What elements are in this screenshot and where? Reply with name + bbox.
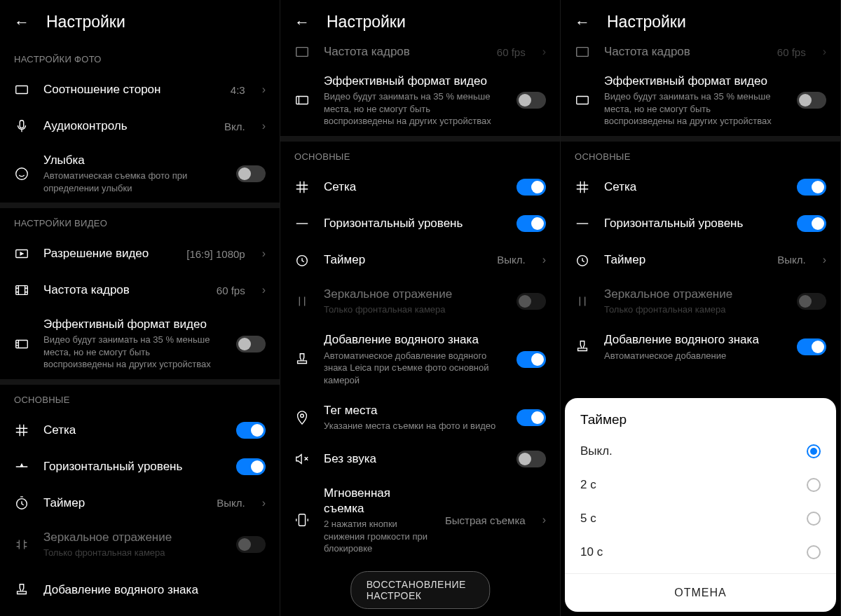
svg-point-2 [16, 167, 28, 179]
radio-icon [807, 545, 821, 559]
row-efficient-video[interactable]: Эффективный формат видео Видео будут зан… [0, 308, 280, 379]
stamp-icon [294, 352, 310, 367]
mirror-icon [575, 294, 590, 309]
svg-rect-13 [577, 97, 589, 104]
grid-toggle[interactable] [236, 422, 266, 439]
row-watermark[interactable]: Добавление водяного знака Автоматическое… [561, 324, 840, 370]
row-horizon[interactable]: Горизонтальный уровень [280, 205, 560, 242]
mic-icon [14, 118, 29, 134]
row-geo-tag[interactable]: Тег места Указание места съемки на фото … [280, 395, 560, 441]
horizon-icon [294, 216, 310, 231]
row-audio-control[interactable]: Аудиоконтроль Вкл. › [0, 108, 280, 144]
mirror-icon [14, 537, 29, 552]
efficient-video-toggle[interactable] [236, 336, 266, 353]
row-mute[interactable]: Без звука [280, 441, 560, 477]
row-frame-rate-cut: Частота кадров 60 fps › [561, 44, 840, 65]
efficient-video-toggle[interactable] [797, 92, 826, 109]
section-general: ОСНОВНЫЕ [0, 385, 280, 412]
back-icon[interactable]: ← [294, 13, 310, 32]
chevron-right-icon: › [262, 497, 266, 509]
mirror-icon [294, 294, 310, 309]
dialog-cancel-button[interactable]: ОТМЕНА [565, 573, 836, 612]
row-horizon[interactable]: Горизонтальный уровень [561, 205, 840, 242]
row-grid[interactable]: Сетка [280, 169, 560, 205]
timer-icon [14, 495, 29, 511]
dialog-title: Таймер [565, 412, 836, 434]
row-smile[interactable]: Улыбка Автоматическая съемка фото при оп… [0, 144, 280, 203]
row-quick-shot[interactable]: Мгновенная съемка 2 нажатия кнопки сниже… [280, 477, 560, 563]
section-photo: НАСТРОЙКИ ФОТО [0, 44, 280, 71]
geo-toggle[interactable] [517, 409, 546, 426]
horizon-toggle[interactable] [236, 458, 266, 475]
settings-panel-1: ← Настройки НАСТРОЙКИ ФОТО Соотношение с… [0, 0, 280, 616]
section-general: ОСНОВНЫЕ [561, 142, 840, 169]
mirror-toggle [236, 536, 266, 553]
svg-rect-5 [16, 340, 28, 348]
svg-rect-4 [16, 286, 28, 295]
smile-icon [14, 166, 29, 182]
svg-rect-0 [16, 86, 28, 94]
horizon-icon [575, 216, 590, 231]
row-frame-rate-cut: Частота кадров 60 fps › [280, 44, 560, 65]
smile-toggle[interactable] [236, 165, 266, 182]
settings-panel-3: ← Настройки Частота кадров 60 fps › Эффе… [561, 0, 841, 616]
timer-option-2s[interactable]: 2 с [565, 468, 836, 502]
row-timer[interactable]: Таймер Выкл. › [0, 485, 280, 521]
row-mirror: Зеркальное отражение Только фронтальная … [280, 278, 560, 324]
timer-icon [575, 252, 590, 268]
svg-rect-8 [296, 97, 308, 104]
page-title: Настройки [46, 13, 125, 32]
row-watermark[interactable]: Добавление водяного знака [0, 568, 280, 604]
chevron-right-icon: › [262, 83, 266, 96]
timer-dialog: Таймер Выкл. 2 с 5 с 10 с ОТМЕНА [565, 398, 836, 612]
chevron-right-icon: › [542, 46, 546, 58]
grid-icon [575, 179, 590, 195]
row-mirror: Зеркальное отражение Только фронтальная … [0, 521, 280, 568]
restore-button[interactable]: ВОССТАНОВЛЕНИЕ НАСТРОЕК [350, 571, 491, 609]
svg-rect-12 [577, 48, 589, 57]
stamp-icon [14, 582, 29, 598]
timer-option-5s[interactable]: 5 с [565, 502, 836, 535]
svg-point-10 [301, 414, 304, 418]
timer-option-10s[interactable]: 10 с [565, 535, 836, 569]
header: ← Настройки [561, 0, 840, 44]
row-timer[interactable]: Таймер Выкл. › [561, 242, 840, 278]
grid-toggle[interactable] [517, 179, 546, 196]
back-icon[interactable]: ← [14, 13, 29, 32]
row-horizon[interactable]: Горизонтальный уровень [0, 449, 280, 485]
grid-toggle[interactable] [797, 179, 826, 196]
row-grid[interactable]: Сетка [561, 169, 840, 205]
header: ← Настройки [280, 0, 560, 44]
page-title: Настройки [327, 13, 406, 32]
watermark-toggle[interactable] [797, 338, 826, 355]
row-timer[interactable]: Таймер Выкл. › [280, 242, 560, 278]
row-aspect-ratio[interactable]: Соотношение сторон 4:3 › [0, 71, 280, 108]
horizon-toggle[interactable] [797, 215, 826, 232]
timer-icon [294, 252, 310, 268]
row-mirror: Зеркальное отражение Только фронтальная … [561, 278, 840, 324]
row-watermark[interactable]: Добавление водяного знака Автоматическое… [280, 324, 560, 395]
row-frame-rate[interactable]: Частота кадров 60 fps › [0, 272, 280, 308]
video-format-icon [14, 336, 29, 352]
video-format-icon [575, 93, 590, 108]
svg-rect-1 [20, 121, 24, 128]
row-efficient-video[interactable]: Эффективный формат видео Видео будут зан… [561, 65, 840, 136]
row-video-resolution[interactable]: Разрешение видео [16:9] 1080p › [0, 235, 280, 272]
section-general: ОСНОВНЫЕ [280, 142, 560, 169]
chevron-right-icon: › [542, 254, 546, 266]
stamp-icon [575, 339, 590, 355]
row-grid[interactable]: Сетка [0, 412, 280, 449]
row-efficient-video[interactable]: Эффективный формат видео Видео будут зан… [280, 65, 560, 136]
efficient-video-toggle[interactable] [517, 92, 546, 109]
chevron-right-icon: › [823, 254, 826, 266]
watermark-toggle[interactable] [517, 351, 546, 368]
horizon-toggle[interactable] [517, 215, 546, 232]
chevron-right-icon: › [823, 46, 826, 58]
settings-panel-2: ← Настройки Частота кадров 60 fps › Эффе… [280, 0, 561, 616]
back-icon[interactable]: ← [575, 13, 590, 32]
radio-selected-icon [807, 444, 821, 458]
grid-icon [14, 423, 29, 438]
horizon-icon [14, 459, 29, 474]
mute-toggle[interactable] [517, 451, 546, 467]
timer-option-off[interactable]: Выкл. [565, 434, 836, 468]
